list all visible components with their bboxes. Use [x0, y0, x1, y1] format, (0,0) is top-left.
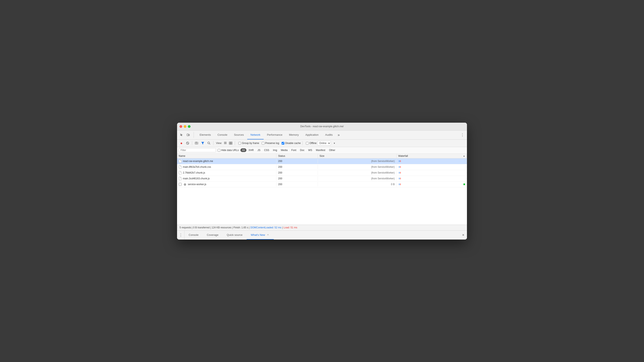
- devtools-menu-button[interactable]: ⋮: [460, 132, 465, 138]
- table-row[interactable]: main.3cd46163.chunk.js 200 (from Service…: [177, 176, 467, 181]
- bottom-menu-button[interactable]: ⋮: [177, 230, 184, 239]
- titlebar: DevTools - react-sw-example.glitch.me/: [177, 123, 467, 131]
- group-by-frame-label[interactable]: Group by frame: [238, 142, 259, 145]
- detail-view-button[interactable]: [228, 141, 233, 146]
- gear-icon: ⚙: [184, 183, 186, 186]
- waterfall-load-line: [400, 166, 401, 168]
- device-toolbar-button[interactable]: [185, 132, 191, 138]
- main-tabs: Elements Console Sources Network Perform…: [196, 131, 341, 139]
- hide-data-urls-label[interactable]: Hide data URLs: [218, 149, 239, 152]
- bottom-panel: ⋮ Console Coverage Quick source What's N…: [177, 230, 467, 239]
- filter-tab-font[interactable]: Font: [290, 148, 298, 152]
- view-icons: [223, 141, 233, 146]
- preserve-log-checkbox[interactable]: [262, 142, 264, 145]
- td-name-4: main.3cd46163.chunk.js: [177, 176, 276, 181]
- maximize-button[interactable]: [188, 125, 190, 128]
- waterfall-load-line: [400, 172, 401, 174]
- disable-cache-label[interactable]: Disable cache: [282, 142, 301, 145]
- throttle-dropdown-button[interactable]: ▼: [332, 141, 337, 146]
- clear-button[interactable]: [185, 141, 190, 146]
- throttle-select[interactable]: Online: [318, 141, 331, 145]
- table-row[interactable]: 2.7fdd42b7.chunk.js 200 (from ServiceWor…: [177, 170, 467, 176]
- waterfall-dom-line: [399, 183, 400, 185]
- disable-cache-checkbox[interactable]: [282, 142, 284, 145]
- close-button[interactable]: [180, 125, 182, 128]
- tab-sources[interactable]: Sources: [231, 131, 247, 139]
- tab-network[interactable]: Network: [247, 131, 264, 139]
- record-button[interactable]: ●: [179, 141, 184, 146]
- screenshot-button[interactable]: [194, 141, 199, 146]
- traffic-lights: [180, 125, 190, 128]
- filter-tab-js[interactable]: JS: [256, 148, 262, 152]
- preserve-log-label[interactable]: Preserve log: [262, 142, 279, 145]
- bottom-tab-whats-new[interactable]: What's New ×: [247, 231, 274, 239]
- table-row[interactable]: main.8fb3a7b4.chunk.css 200 (from Servic…: [177, 164, 467, 170]
- waterfall-load-line: [400, 160, 401, 162]
- filter-tab-media[interactable]: Media: [279, 148, 289, 152]
- filter-tab-ws[interactable]: WS: [306, 148, 314, 152]
- offline-checkbox[interactable]: [306, 142, 308, 145]
- waterfall-load-line: [400, 178, 401, 179]
- bottom-tab-console[interactable]: Console: [184, 231, 203, 239]
- waterfall-load-line: [400, 183, 401, 185]
- th-size[interactable]: Size: [318, 154, 396, 158]
- td-waterfall-1: [396, 160, 467, 162]
- td-status-2: 200: [276, 165, 318, 169]
- row-checkbox-5[interactable]: [179, 183, 182, 186]
- svg-rect-14: [231, 142, 232, 143]
- tab-audits[interactable]: Audits: [322, 131, 336, 139]
- inspect-element-button[interactable]: [179, 132, 184, 138]
- th-status[interactable]: Status: [276, 154, 318, 158]
- svg-rect-13: [229, 142, 230, 143]
- td-status-4: 200: [276, 176, 318, 181]
- more-tabs-button[interactable]: »: [336, 131, 341, 139]
- th-waterfall[interactable]: Waterfall ▲: [396, 154, 467, 158]
- td-name-2: main.8fb3a7b4.chunk.css: [177, 165, 276, 170]
- tab-icons: [179, 132, 194, 138]
- close-bottom-panel-button[interactable]: ×: [460, 230, 467, 239]
- tab-console[interactable]: Console: [214, 131, 231, 139]
- filter-tab-doc[interactable]: Doc: [298, 148, 306, 152]
- tab-application[interactable]: Application: [302, 131, 322, 139]
- tab-memory[interactable]: Memory: [286, 131, 302, 139]
- filter-tab-all[interactable]: All: [240, 148, 246, 152]
- table-row[interactable]: react-sw-example.glitch.me 200 (from Ser…: [177, 159, 467, 164]
- filter-tab-other[interactable]: Other: [328, 148, 337, 152]
- th-name[interactable]: Name: [177, 154, 276, 158]
- filter-input[interactable]: [179, 148, 216, 152]
- td-status-1: 200: [276, 159, 318, 164]
- td-waterfall-2: [396, 166, 467, 168]
- empty-table-space: [177, 187, 467, 225]
- td-name-3: 2.7fdd42b7.chunk.js: [177, 170, 276, 175]
- svg-line-3: [187, 142, 188, 144]
- td-size-4: (from ServiceWorker): [318, 176, 396, 181]
- file-icon-1: [179, 160, 182, 163]
- close-whats-new-button[interactable]: ×: [266, 233, 270, 236]
- offline-label[interactable]: Offline: [306, 142, 316, 145]
- td-size-2: (from ServiceWorker): [318, 165, 396, 169]
- table-row[interactable]: ⚙ service-worker.js 200 0 B: [177, 181, 467, 187]
- hide-data-urls-checkbox[interactable]: [218, 149, 220, 152]
- tab-elements[interactable]: Elements: [196, 131, 214, 139]
- group-by-frame-checkbox[interactable]: [238, 142, 241, 145]
- search-button[interactable]: [206, 141, 212, 146]
- waterfall-dom-line: [399, 166, 400, 168]
- bottom-tab-quick-source[interactable]: Quick source: [222, 231, 247, 239]
- filter-button[interactable]: [200, 141, 206, 146]
- td-waterfall-4: [396, 178, 467, 179]
- minimize-button[interactable]: [184, 125, 186, 128]
- offline-group: Offline: [306, 142, 316, 145]
- td-name-1: react-sw-example.glitch.me: [177, 159, 276, 164]
- devtools-window: DevTools - react-sw-example.glitch.me/: [177, 123, 467, 239]
- filter-tab-img[interactable]: Img: [271, 148, 279, 152]
- filter-tab-xhr[interactable]: XHR: [247, 148, 255, 152]
- tab-performance[interactable]: Performance: [264, 131, 286, 139]
- status-text: 5 requests | 0 B transferred | 124 KB re…: [180, 226, 250, 229]
- filter-tab-manifest[interactable]: Manifest: [314, 148, 327, 152]
- bottom-tab-coverage[interactable]: Coverage: [203, 231, 222, 239]
- td-name-5: ⚙ service-worker.js: [177, 182, 276, 186]
- filter-tab-css[interactable]: CSS: [262, 148, 271, 152]
- td-status-5: 200: [276, 182, 318, 186]
- list-view-button[interactable]: [223, 141, 228, 146]
- td-size-1: (from ServiceWorker): [318, 159, 396, 164]
